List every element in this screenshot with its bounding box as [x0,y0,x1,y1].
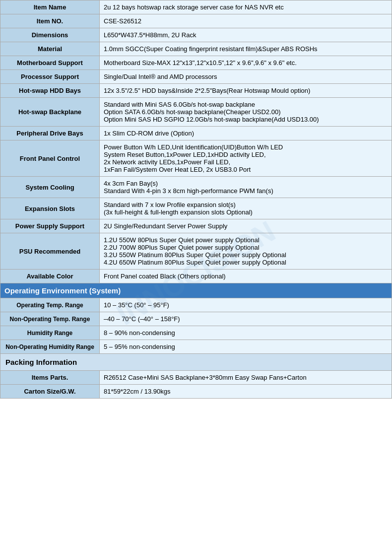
value-cell: Power Button W/h LED,Unit Identification… [100,140,392,177]
table-row: Expansion SlotsStandard with 7 x low Pro… [0,198,392,219]
value-cell: 5 – 95% non-condensing [100,340,392,354]
table-row: PSU Recommended1.2U 550W 80Plus Super Qu… [0,233,392,270]
value-cell: 8 – 90% non-condensing [100,326,392,340]
label-cell: Peripheral Drive Bays [0,127,100,140]
table-row: Non-Operating Temp. Range–40 – 70°C (–40… [0,312,392,326]
value-cell: Standard with Mini SAS 6.0Gb/s hot-swap … [100,98,392,127]
value-cell: 2U Single/Redundant Server Power Supply [100,219,392,233]
value-line: 2.2U 700W 80Plus Super Quiet power suppl… [104,244,260,251]
value-cell: L650*W437.5*H88mm, 2U Rack [100,28,392,42]
value-cell: Motherboard Size-MAX 12"x13",12"x10.5",1… [100,56,392,70]
value-line: 1xFan Fail/System Over Heat LED, 2x USB3… [104,166,251,173]
value-cell: 1.0mm SGCC(Super Coating fingerprint res… [100,42,392,56]
value-line: 1.2U 550W 80Plus Super Quiet power suppl… [104,236,260,244]
value-cell: Single/Dual Intel® and AMD processors [100,70,392,84]
section-header-packing: Packing Information [0,354,392,371]
value-cell: 12x 3.5"/2.5" HDD bays&Inside 2*2.5"Bays… [100,84,392,98]
value-line: Standard With 4-pin 3 x 8cm high-perform… [104,187,273,195]
value-cell: 1x Slim CD-ROM drive (Option) [100,127,392,140]
label-cell: Expansion Slots [0,198,100,219]
value-line: Standard with Mini SAS 6.0Gb/s hot-swap … [104,101,255,108]
value-line: 2x Network activity LEDs,1xPower Fail LE… [104,158,230,166]
table-row: Material1.0mm SGCC(Super Coating fingerp… [0,42,392,56]
table-row: Available ColorFront Panel coated Black … [0,270,392,283]
label-cell: Processor Support [0,70,100,84]
packing-header-label: Packing Information [0,354,392,371]
table-row: Item Name2u 12 bays hotswap rack storage… [0,0,392,14]
label-cell: Motherboard Support [0,56,100,70]
label-cell: PSU Recommended [0,233,100,270]
table-row: Hot-swap HDD Bays12x 3.5"/2.5" HDD bays&… [0,84,392,98]
label-cell: Hot-swap HDD Bays [0,84,100,98]
label-cell: Available Color [0,270,100,283]
section-header-label: Operating Environment (System) [0,283,392,298]
label-cell: Non-Operating Temp. Range [0,312,100,326]
section-header-operating: Operating Environment (System) [0,283,392,298]
label-cell: Item Name [0,0,100,14]
label-cell: Material [0,42,100,56]
value-line: 3.2U 550W Platinum 80Plus Super Quiet po… [104,251,286,259]
value-cell: 4x 3cm Fan Bay(s)Standard With 4-pin 3 x… [100,177,392,198]
table-row: Operating Temp. Range10 – 35°C (50° – 95… [0,298,392,312]
value-cell: 2u 12 bays hotswap rack storage server c… [100,0,392,14]
spec-table: Item Name2u 12 bays hotswap rack storage… [0,0,392,399]
table-row: DimensionsL650*W437.5*H88mm, 2U Rack [0,28,392,42]
table-row: Motherboard SupportMotherboard Size-MAX … [0,56,392,70]
value-cell: CSE-S26512 [100,14,392,28]
label-cell: System Cooling [0,177,100,198]
value-line: Option SATA 6.0Gb/s hot-swap backplane(C… [104,108,280,116]
label-cell: Non-Operating Humidity Range [0,340,100,354]
label-cell: Operating Temp. Range [0,298,100,312]
label-cell: Carton Size/G.W. [0,385,100,399]
table-row: Power Supply Support2U Single/Redundant … [0,219,392,233]
value-cell: 81*59*22cm / 13.90kgs [100,385,392,399]
label-cell: Items Parts. [0,371,100,385]
value-line: Power Button W/h LED,Unit Identification… [104,143,283,151]
label-cell: Front Panel Control [0,140,100,177]
table-row: Carton Size/G.W.81*59*22cm / 13.90kgs [0,385,392,399]
value-cell: 10 – 35°C (50° – 95°F) [100,298,392,312]
value-line: (3x full-height & full-length expansion … [104,208,253,216]
table-row: Processor SupportSingle/Dual Intel® and … [0,70,392,84]
table-row: Peripheral Drive Bays1x Slim CD-ROM driv… [0,127,392,140]
label-cell: Humidity Range [0,326,100,340]
value-cell: 1.2U 550W 80Plus Super Quiet power suppl… [100,233,392,270]
value-cell: Standard with 7 x low Profile expansion … [100,198,392,219]
table-row: Non-Operating Humidity Range5 – 95% non-… [0,340,392,354]
table-row: Humidity Range8 – 90% non-condensing [0,326,392,340]
table-row: Items Parts.R26512 Case+Mini SAS Backpla… [0,371,392,385]
table-row: System Cooling4x 3cm Fan Bay(s)Standard … [0,177,392,198]
value-line: Option Mini SAS HD SGPIO 12.0Gb/s hot-sw… [104,116,319,123]
table-row: Front Panel ControlPower Button W/h LED,… [0,140,392,177]
label-cell: Dimensions [0,28,100,42]
value-cell: R26512 Case+Mini SAS Backplane+3*80mm Ea… [100,371,392,385]
label-cell: Item NO. [0,14,100,28]
value-line: 4x 3cm Fan Bay(s) [104,180,158,187]
label-cell: Hot-swap Backplane [0,98,100,127]
table-row: Item NO.CSE-S26512 [0,14,392,28]
value-cell: Front Panel coated Black (Others optiona… [100,270,392,283]
value-line: Standard with 7 x low Profile expansion … [104,201,236,208]
table-row: Hot-swap BackplaneStandard with Mini SAS… [0,98,392,127]
label-cell: Power Supply Support [0,219,100,233]
value-cell: –40 – 70°C (–40° – 158°F) [100,312,392,326]
value-line: 4.2U 650W Platinum 80Plus Super Quiet po… [104,259,286,266]
value-line: System Reset Button,1xPower LED,1xHDD ac… [104,151,266,158]
